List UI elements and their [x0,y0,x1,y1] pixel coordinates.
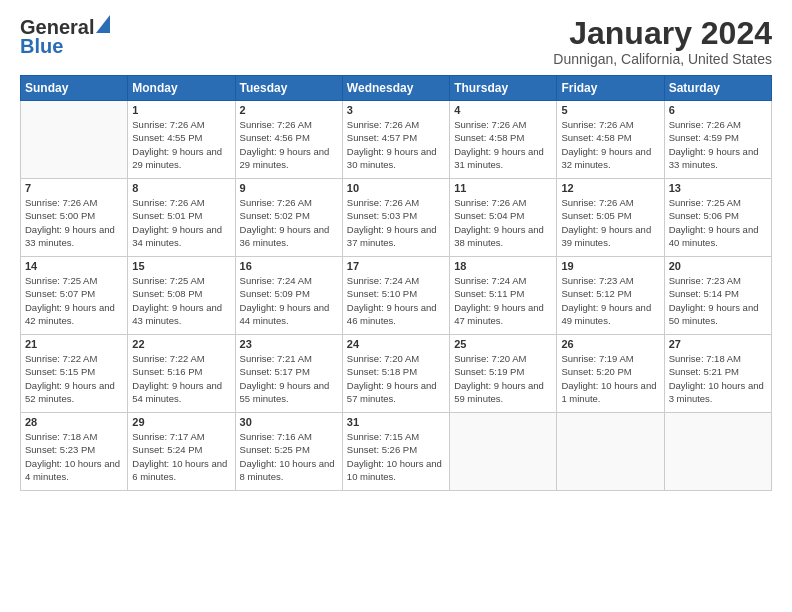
day-detail: Sunrise: 7:18 AMSunset: 5:21 PMDaylight:… [669,352,767,405]
day-number: 9 [240,182,338,194]
day-number: 21 [25,338,123,350]
header-sunday: Sunday [21,76,128,101]
day-detail: Sunrise: 7:22 AMSunset: 5:16 PMDaylight:… [132,352,230,405]
day-detail: Sunrise: 7:20 AMSunset: 5:19 PMDaylight:… [454,352,552,405]
day-cell-w4-d5: 25 Sunrise: 7:20 AMSunset: 5:19 PMDaylig… [450,335,557,413]
day-number: 20 [669,260,767,272]
day-number: 18 [454,260,552,272]
day-cell-w5-d6 [557,413,664,491]
day-cell-w5-d5 [450,413,557,491]
day-number: 11 [454,182,552,194]
day-cell-w1-d5: 4 Sunrise: 7:26 AMSunset: 4:58 PMDayligh… [450,101,557,179]
day-number: 3 [347,104,445,116]
header-saturday: Saturday [664,76,771,101]
day-number: 16 [240,260,338,272]
day-cell-w5-d3: 30 Sunrise: 7:16 AMSunset: 5:25 PMDaylig… [235,413,342,491]
week-row-5: 28 Sunrise: 7:18 AMSunset: 5:23 PMDaylig… [21,413,772,491]
day-detail: Sunrise: 7:26 AMSunset: 5:00 PMDaylight:… [25,196,123,249]
day-number: 23 [240,338,338,350]
day-number: 22 [132,338,230,350]
day-detail: Sunrise: 7:17 AMSunset: 5:24 PMDaylight:… [132,430,230,483]
day-cell-w2-d7: 13 Sunrise: 7:25 AMSunset: 5:06 PMDaylig… [664,179,771,257]
day-detail: Sunrise: 7:19 AMSunset: 5:20 PMDaylight:… [561,352,659,405]
day-detail: Sunrise: 7:25 AMSunset: 5:07 PMDaylight:… [25,274,123,327]
day-detail: Sunrise: 7:16 AMSunset: 5:25 PMDaylight:… [240,430,338,483]
day-cell-w3-d1: 14 Sunrise: 7:25 AMSunset: 5:07 PMDaylig… [21,257,128,335]
day-number: 17 [347,260,445,272]
day-cell-w1-d4: 3 Sunrise: 7:26 AMSunset: 4:57 PMDayligh… [342,101,449,179]
day-cell-w2-d4: 10 Sunrise: 7:26 AMSunset: 5:03 PMDaylig… [342,179,449,257]
day-detail: Sunrise: 7:20 AMSunset: 5:18 PMDaylight:… [347,352,445,405]
page: General Blue January 2024 Dunnigan, Cali… [0,0,792,612]
day-cell-w4-d1: 21 Sunrise: 7:22 AMSunset: 5:15 PMDaylig… [21,335,128,413]
day-cell-w3-d6: 19 Sunrise: 7:23 AMSunset: 5:12 PMDaylig… [557,257,664,335]
day-cell-w3-d7: 20 Sunrise: 7:23 AMSunset: 5:14 PMDaylig… [664,257,771,335]
day-detail: Sunrise: 7:23 AMSunset: 5:12 PMDaylight:… [561,274,659,327]
day-detail: Sunrise: 7:26 AMSunset: 4:59 PMDaylight:… [669,118,767,171]
day-number: 26 [561,338,659,350]
day-detail: Sunrise: 7:24 AMSunset: 5:09 PMDaylight:… [240,274,338,327]
day-cell-w1-d1 [21,101,128,179]
day-detail: Sunrise: 7:23 AMSunset: 5:14 PMDaylight:… [669,274,767,327]
day-cell-w4-d3: 23 Sunrise: 7:21 AMSunset: 5:17 PMDaylig… [235,335,342,413]
day-detail: Sunrise: 7:22 AMSunset: 5:15 PMDaylight:… [25,352,123,405]
day-number: 19 [561,260,659,272]
title-block: January 2024 Dunnigan, California, Unite… [553,16,772,67]
logo: General Blue [20,16,110,58]
day-number: 15 [132,260,230,272]
day-number: 29 [132,416,230,428]
title-location: Dunnigan, California, United States [553,51,772,67]
day-number: 12 [561,182,659,194]
day-cell-w1-d7: 6 Sunrise: 7:26 AMSunset: 4:59 PMDayligh… [664,101,771,179]
day-detail: Sunrise: 7:25 AMSunset: 5:06 PMDaylight:… [669,196,767,249]
header-friday: Friday [557,76,664,101]
day-cell-w2-d5: 11 Sunrise: 7:26 AMSunset: 5:04 PMDaylig… [450,179,557,257]
day-cell-w5-d4: 31 Sunrise: 7:15 AMSunset: 5:26 PMDaylig… [342,413,449,491]
week-row-4: 21 Sunrise: 7:22 AMSunset: 5:15 PMDaylig… [21,335,772,413]
week-row-3: 14 Sunrise: 7:25 AMSunset: 5:07 PMDaylig… [21,257,772,335]
day-number: 28 [25,416,123,428]
day-cell-w5-d2: 29 Sunrise: 7:17 AMSunset: 5:24 PMDaylig… [128,413,235,491]
day-number: 5 [561,104,659,116]
day-cell-w4-d2: 22 Sunrise: 7:22 AMSunset: 5:16 PMDaylig… [128,335,235,413]
day-number: 7 [25,182,123,194]
day-number: 30 [240,416,338,428]
day-number: 6 [669,104,767,116]
header-wednesday: Wednesday [342,76,449,101]
day-number: 24 [347,338,445,350]
day-cell-w3-d5: 18 Sunrise: 7:24 AMSunset: 5:11 PMDaylig… [450,257,557,335]
day-detail: Sunrise: 7:25 AMSunset: 5:08 PMDaylight:… [132,274,230,327]
day-number: 25 [454,338,552,350]
svg-marker-0 [96,15,110,33]
day-detail: Sunrise: 7:26 AMSunset: 4:56 PMDaylight:… [240,118,338,171]
title-month-year: January 2024 [553,16,772,51]
day-detail: Sunrise: 7:26 AMSunset: 4:55 PMDaylight:… [132,118,230,171]
day-detail: Sunrise: 7:26 AMSunset: 4:58 PMDaylight:… [561,118,659,171]
week-row-1: 1 Sunrise: 7:26 AMSunset: 4:55 PMDayligh… [21,101,772,179]
day-detail: Sunrise: 7:26 AMSunset: 5:04 PMDaylight:… [454,196,552,249]
day-cell-w3-d3: 16 Sunrise: 7:24 AMSunset: 5:09 PMDaylig… [235,257,342,335]
day-number: 27 [669,338,767,350]
day-number: 8 [132,182,230,194]
day-cell-w1-d6: 5 Sunrise: 7:26 AMSunset: 4:58 PMDayligh… [557,101,664,179]
day-cell-w3-d4: 17 Sunrise: 7:24 AMSunset: 5:10 PMDaylig… [342,257,449,335]
logo-triangle-icon [96,15,110,33]
day-cell-w5-d7 [664,413,771,491]
day-number: 2 [240,104,338,116]
day-cell-w1-d2: 1 Sunrise: 7:26 AMSunset: 4:55 PMDayligh… [128,101,235,179]
day-cell-w1-d3: 2 Sunrise: 7:26 AMSunset: 4:56 PMDayligh… [235,101,342,179]
header: General Blue January 2024 Dunnigan, Cali… [20,16,772,67]
day-cell-w4-d4: 24 Sunrise: 7:20 AMSunset: 5:18 PMDaylig… [342,335,449,413]
day-detail: Sunrise: 7:26 AMSunset: 5:05 PMDaylight:… [561,196,659,249]
header-tuesday: Tuesday [235,76,342,101]
day-detail: Sunrise: 7:24 AMSunset: 5:10 PMDaylight:… [347,274,445,327]
day-detail: Sunrise: 7:26 AMSunset: 4:58 PMDaylight:… [454,118,552,171]
calendar-table: Sunday Monday Tuesday Wednesday Thursday… [20,75,772,491]
day-detail: Sunrise: 7:24 AMSunset: 5:11 PMDaylight:… [454,274,552,327]
day-number: 4 [454,104,552,116]
day-detail: Sunrise: 7:18 AMSunset: 5:23 PMDaylight:… [25,430,123,483]
day-number: 13 [669,182,767,194]
week-row-2: 7 Sunrise: 7:26 AMSunset: 5:00 PMDayligh… [21,179,772,257]
day-detail: Sunrise: 7:26 AMSunset: 5:02 PMDaylight:… [240,196,338,249]
day-number: 10 [347,182,445,194]
